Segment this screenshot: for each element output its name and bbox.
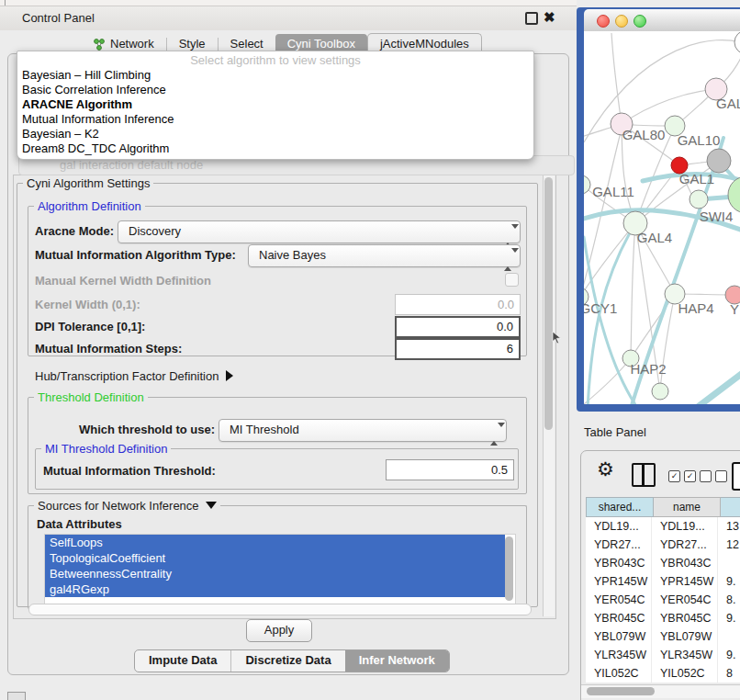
which-threshold-select[interactable]: MI Threshold: [219, 419, 507, 442]
table-cell: 8.: [718, 591, 740, 609]
data-attribute-item[interactable]: BetweennessCentrality: [45, 566, 505, 581]
select-all-columns-icon[interactable]: ✓ ✓: [668, 470, 696, 482]
table-panel-title: Table Panel: [584, 425, 646, 439]
node-label: HAP2: [630, 361, 666, 377]
data-attribute-item[interactable]: SelfLoops: [45, 535, 505, 550]
mi-threshold-definition-group: MI Threshold Definition Mutual Informati…: [35, 448, 519, 490]
table-cell: YBR045C: [652, 609, 718, 627]
sources-title[interactable]: Sources for Network Inference: [34, 499, 220, 513]
column-header[interactable]: name: [654, 497, 721, 517]
table-panel: ⚙ ✓ ✓ shared...name YDL19...YDL19...13YD…: [580, 450, 740, 700]
scrollbar-thumb[interactable]: [587, 687, 655, 695]
manual-kernel-checkbox[interactable]: [505, 273, 519, 287]
close-icon[interactable]: ✖: [544, 6, 555, 29]
network-edge-highlighted[interactable]: [687, 369, 740, 404]
mi-threshold-field[interactable]: 0.5: [386, 459, 514, 480]
network-edge[interactable]: [611, 33, 622, 124]
table-row[interactable]: YIL052CYIL052C8: [586, 664, 740, 683]
algorithm-option[interactable]: Basic Correlation Inference: [17, 83, 533, 97]
network-edge[interactable]: [660, 294, 675, 391]
aracne-mode-select[interactable]: Discovery: [118, 220, 521, 243]
apply-button[interactable]: Apply: [246, 619, 312, 642]
node-label: GAL10: [678, 132, 721, 148]
data-attributes-list: SelfLoopsTopologicalCoefficientBetweenne…: [44, 534, 516, 607]
table-cell: YPR145W: [586, 572, 652, 591]
minimize-traffic-light[interactable]: [615, 15, 628, 28]
tab-impute-data[interactable]: Impute Data: [135, 650, 230, 672]
settings-vscrollbar[interactable]: [543, 175, 555, 616]
node-gray-large[interactable]: [707, 149, 731, 173]
float-window-icon[interactable]: [525, 12, 538, 25]
table-row[interactable]: YPR145WYPR145W9.: [586, 572, 740, 591]
table-cell: YBR045C: [586, 609, 652, 627]
table-row[interactable]: YER054CYER054C8.: [586, 591, 740, 609]
table-row[interactable]: YBL079WYBL079W: [586, 627, 740, 646]
zoom-traffic-light[interactable]: [633, 15, 646, 28]
kernel-width-field[interactable]: 0.0: [395, 294, 521, 315]
table-row[interactable]: YDR27...YDR27...12: [586, 536, 740, 554]
node-label: GAL1: [679, 171, 714, 186]
new-table-icon[interactable]: [732, 462, 740, 491]
algorithm-option[interactable]: Bayesian – Hill Climbing: [17, 68, 533, 83]
network-edge-highlighted[interactable]: [584, 237, 643, 404]
kernel-width-label: Kernel Width (0,1):: [35, 298, 140, 311]
algorithm-option[interactable]: ARACNE Algorithm: [17, 97, 533, 112]
table-cell: [718, 554, 740, 572]
aracne-mode-label: Aracne Mode:: [35, 224, 114, 238]
checked-checkbox-icon: ✓: [668, 470, 680, 482]
table-cell: YBL079W: [586, 627, 652, 646]
dpi-tolerance-label: DPI Tolerance [0,1]:: [35, 320, 145, 333]
collapsed-panel-icon[interactable]: [7, 692, 26, 700]
network-window-titlebar[interactable]: [584, 9, 740, 32]
column-header[interactable]: [721, 497, 740, 517]
node-partial-bottom[interactable]: [652, 383, 668, 400]
mi-steps-field[interactable]: 6: [395, 338, 521, 360]
mi-type-label: Mutual Information Algorithm Type:: [35, 248, 236, 262]
tab-infer-network[interactable]: Infer Network: [345, 650, 449, 672]
scrollbar-thumb[interactable]: [544, 177, 553, 430]
table-row[interactable]: YBR045CYBR045C9.: [586, 609, 740, 627]
node-swi4[interactable]: [690, 190, 708, 209]
list-scrollbar[interactable]: [505, 536, 513, 601]
mi-type-value: Naive Bayes: [259, 248, 326, 262]
table-cell: YIL052C: [586, 664, 652, 683]
split-columns-icon[interactable]: [632, 463, 656, 487]
deselect-all-columns-icon[interactable]: [700, 470, 727, 482]
node-label: GCY1: [584, 300, 617, 316]
node-label: HAP4: [678, 300, 713, 316]
data-attribute-item[interactable]: gal4RGexp: [45, 581, 505, 597]
stepper-icon: [504, 226, 512, 245]
mouse-cursor: [552, 332, 563, 344]
node-table: shared...name YDL19...YDL19...13YDR27...…: [586, 497, 740, 683]
gear-icon[interactable]: ⚙: [597, 458, 614, 480]
data-attributes-label: Data Attributes: [37, 517, 122, 531]
network-edge[interactable]: [631, 223, 635, 358]
algorithm-option[interactable]: Mutual Information Inference: [17, 112, 533, 127]
control-panel-titlebar: Control Panel: [0, 6, 577, 30]
node-green-large-right[interactable]: [728, 176, 740, 213]
mi-type-select[interactable]: Naive Bayes: [248, 244, 521, 267]
table-cell: YBL079W: [652, 627, 718, 646]
node-label: SWI4: [700, 209, 734, 224]
dpi-tolerance-field[interactable]: 0.0: [395, 316, 521, 338]
table-row[interactable]: YDL19...YDL19...13: [586, 517, 740, 536]
table-row[interactable]: YLR345WYLR345W9.: [586, 646, 740, 664]
table-cell: YBR043C: [652, 554, 718, 572]
settings-hscrollbar[interactable]: [28, 604, 532, 615]
algorithm-option[interactable]: Dream8 DC_TDC Algorithm: [17, 141, 533, 156]
table-cell: 13: [718, 517, 740, 536]
network-canvas[interactable]: GALGAL80GAL10GAL1GAL11SWI4GAL4GCY1HAP4YH…: [584, 31, 740, 404]
table-hscrollbar[interactable]: [581, 684, 740, 698]
table-cell: YBR043C: [586, 554, 652, 572]
node-partial-top-right[interactable]: [734, 31, 740, 54]
app-screen: Control Panel ✖ Network Style Select Cyn…: [0, 0, 740, 700]
hub-definition-toggle[interactable]: Hub/Transcription Factor Definition: [35, 369, 233, 383]
data-attribute-item[interactable]: TopologicalCoefficient: [45, 550, 505, 566]
tab-discretize-data[interactable]: Discretize Data: [230, 650, 344, 672]
table-row[interactable]: YBR043CYBR043C: [586, 554, 740, 572]
algorithm-option[interactable]: Bayesian – K2: [17, 127, 533, 141]
close-traffic-light[interactable]: [597, 15, 610, 28]
column-header[interactable]: shared...: [586, 497, 654, 517]
collapsed-arrow-icon: [226, 370, 233, 381]
which-threshold-value: MI Threshold: [230, 423, 299, 436]
